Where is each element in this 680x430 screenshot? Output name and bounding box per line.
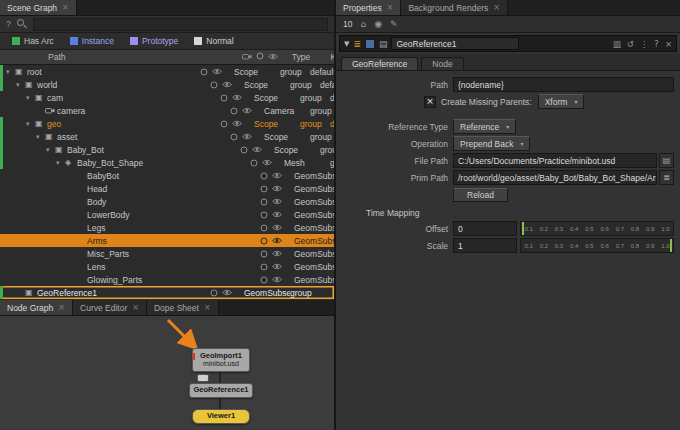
edit-icon[interactable]: ✎ <box>390 19 398 29</box>
reference-type-dropdown[interactable]: Reference ▾ <box>453 119 516 134</box>
render-toggle-icon[interactable] <box>200 68 208 76</box>
column-path[interactable]: Path <box>0 52 242 62</box>
render-toggle-icon[interactable] <box>260 211 268 219</box>
home-icon[interactable]: ⌂ <box>360 19 366 29</box>
expander-icon[interactable]: ▾ <box>46 146 55 154</box>
visibility-eye-icon[interactable] <box>272 237 282 244</box>
visibility-eye-icon[interactable] <box>242 133 252 140</box>
graph-node-georeference1[interactable]: GeoReference1 <box>189 383 253 398</box>
camera-column-icon[interactable] <box>242 52 252 62</box>
scene-graph-row-camera[interactable]: cameraCameragroupdefault <box>0 104 334 117</box>
visibility-eye-icon[interactable] <box>272 250 282 257</box>
render-toggle-icon[interactable] <box>260 224 268 232</box>
scene-graph-row-head[interactable]: HeadGeomSubsetgroup <box>0 182 334 195</box>
expander-icon[interactable]: ▾ <box>16 81 25 89</box>
scene-graph-row-misc_parts[interactable]: Misc_PartsGeomSubsetgroup <box>0 247 334 260</box>
scene-graph-row-glowing_parts[interactable]: Glowing_PartsGeomSubsetgroup <box>0 273 334 286</box>
param-tab-georeference[interactable]: GeoReference <box>341 57 418 70</box>
collapse-triangle-icon[interactable]: ▼ <box>344 40 349 48</box>
render-toggle-icon[interactable] <box>240 146 248 154</box>
close-icon[interactable]: × <box>493 3 500 12</box>
visibility-eye-icon[interactable] <box>272 263 282 270</box>
close-icon[interactable]: × <box>204 303 211 312</box>
render-toggle-icon[interactable] <box>220 120 228 128</box>
scene-graph-row-world[interactable]: ▾▣worldScopegroupdefault <box>0 78 334 91</box>
scenegraph-pick-icon[interactable]: ≣ <box>659 170 674 185</box>
close-icon[interactable]: × <box>132 303 139 312</box>
column-type[interactable]: Type <box>278 52 324 62</box>
visibility-eye-icon[interactable] <box>272 211 282 218</box>
more-icon[interactable]: ⋮ <box>640 39 649 49</box>
scene-graph-row-baby_bot[interactable]: ▾▣Baby_BotScopegroupdefault <box>0 143 334 156</box>
scene-graph-row-lowerbody[interactable]: LowerBodyGeomSubsetgroup <box>0 208 334 221</box>
visibility-eye-icon[interactable] <box>222 81 232 88</box>
close-icon[interactable]: × <box>387 3 394 12</box>
tab-scene-graph[interactable]: Scene Graph× <box>0 0 77 15</box>
visibility-eye-icon[interactable] <box>272 172 282 179</box>
scale-tick-strip[interactable]: 0.10.20.30.40.50.60.70.80.91.0 <box>520 238 674 253</box>
pin-icon[interactable]: ◉ <box>374 19 382 29</box>
create-missing-dropdown[interactable]: Xform ▾ <box>538 94 585 109</box>
visibility-eye-icon[interactable] <box>242 107 252 114</box>
offset-input[interactable]: 0 <box>453 221 517 236</box>
node-menu-icon[interactable]: ≣ <box>353 39 361 49</box>
node-color-chip[interactable] <box>365 39 375 49</box>
close-icon[interactable]: × <box>58 303 65 312</box>
scene-graph-row-babybot[interactable]: BabyBotGeomSubsetgroup <box>0 169 334 182</box>
node-graph-canvas[interactable]: GeoImport1minibot.usdGeoReference1Viewer… <box>0 316 334 430</box>
render-toggle-icon[interactable] <box>260 250 268 258</box>
scene-graph-row-root[interactable]: ▾▣rootScopegroupdefault <box>0 65 334 78</box>
reload-button[interactable]: Reload <box>453 188 508 202</box>
help-icon[interactable]: ? <box>6 19 11 29</box>
visibility-eye-icon[interactable] <box>212 68 222 75</box>
file-path-input[interactable]: C:/Users/Documents/Practice/minibot.usd <box>453 153 657 168</box>
close-icon[interactable]: × <box>665 39 672 49</box>
search-input[interactable] <box>33 18 328 31</box>
layout-icon[interactable]: ▥ <box>613 39 621 49</box>
create-missing-checkbox[interactable]: × <box>424 96 436 108</box>
render-toggle-icon[interactable] <box>260 198 268 206</box>
visibility-eye-icon[interactable] <box>232 120 242 127</box>
expander-icon[interactable]: ▾ <box>56 159 65 167</box>
render-toggle-icon[interactable] <box>260 172 268 180</box>
visibility-eye-icon[interactable] <box>272 276 282 283</box>
graph-node-geoimport1[interactable]: GeoImport1minibot.usd <box>192 348 250 372</box>
panes-count[interactable]: 10 <box>343 19 352 29</box>
graph-node-viewer1[interactable]: Viewer1 <box>192 409 250 424</box>
visibility-eye-icon[interactable] <box>272 198 282 205</box>
tab-background-renders[interactable]: Background Renders× <box>401 0 508 15</box>
visibility-eye-icon[interactable] <box>272 185 282 192</box>
scene-graph-row-body[interactable]: BodyGeomSubsetgroup <box>0 195 334 208</box>
prim-path-input[interactable]: /root/world/geo/asset/Baby_Bot/Baby_Bot_… <box>453 170 657 185</box>
render-toggle-icon[interactable] <box>250 159 258 167</box>
render-toggle-icon[interactable] <box>230 107 238 115</box>
scene-graph-row-legs[interactable]: LegsGeomSubsetgroup <box>0 221 334 234</box>
render-column-icon[interactable] <box>256 52 264 62</box>
render-toggle-icon[interactable] <box>260 263 268 271</box>
expander-icon[interactable]: ▾ <box>26 94 35 102</box>
render-toggle-icon[interactable] <box>260 185 268 193</box>
visibility-eye-icon[interactable] <box>222 289 232 296</box>
tab-node-graph[interactable]: Node Graph× <box>0 300 73 315</box>
tab-dope-sheet[interactable]: Dope Sheet× <box>147 300 219 315</box>
scene-graph-row-arms[interactable]: ArmsGeomSubsetgroup <box>0 234 334 247</box>
param-tab-node[interactable]: Node <box>421 57 463 70</box>
expander-icon[interactable]: ▾ <box>26 120 35 128</box>
node-name-field[interactable]: GeoReference1 <box>391 37 519 50</box>
reset-icon[interactable]: ↺ <box>627 39 634 49</box>
expander-icon[interactable]: ▾ <box>6 68 15 76</box>
eye-column-icon[interactable] <box>268 52 278 62</box>
operation-dropdown[interactable]: Prepend Back ▾ <box>453 136 530 151</box>
help-icon[interactable]: ? <box>654 39 659 49</box>
render-toggle-icon[interactable] <box>220 94 228 102</box>
scene-graph-row-georeference1[interactable]: ▣GeoReference1GeomSubsetgroup <box>0 286 334 299</box>
tab-properties[interactable]: Properties× <box>336 0 401 15</box>
scale-input[interactable]: 1 <box>453 238 517 253</box>
visibility-eye-icon[interactable] <box>272 224 282 231</box>
close-icon[interactable]: × <box>62 3 69 12</box>
search-icon[interactable] <box>17 19 27 29</box>
scene-graph-row-asset[interactable]: ▾▣assetScopegroupdefault <box>0 130 334 143</box>
tab-curve-editor[interactable]: Curve Editor× <box>73 300 147 315</box>
render-toggle-icon[interactable] <box>260 276 268 284</box>
scene-graph-row-lens[interactable]: LensGeomSubsetgroup <box>0 260 334 273</box>
